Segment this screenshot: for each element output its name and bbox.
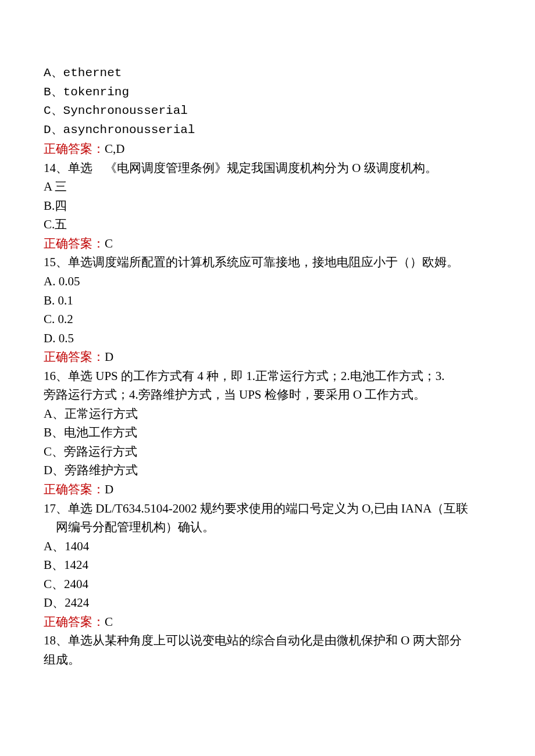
q14-stem: 14、单选 《电网调度管理条例》规定我国调度机构分为 O 级调度机构。 (44, 159, 491, 178)
q18-stem-line1: 18、单选从某种角度上可以说变电站的综合自动化是由微机保护和 O 两大部分 (44, 631, 491, 650)
q14-option-c: C.五 (44, 215, 491, 234)
answer-value: D (105, 350, 113, 364)
q16-option-c: C、旁路运行方式 (44, 442, 491, 461)
q16-option-d: D、旁路维护方式 (44, 461, 491, 480)
answer-label: 正确答案： (44, 237, 105, 250)
q17-option-b: B、1424 (44, 556, 491, 575)
q17-stem-line2: 网编号分配管理机构）确认。 (44, 518, 491, 537)
q18-stem-line2: 组成。 (44, 650, 491, 669)
answer-value: C (105, 615, 113, 629)
q16-option-b: B、电池工作方式 (44, 423, 491, 442)
q16-option-a: A、正常运行方式 (44, 404, 491, 424)
q17-stem-line1: 17、单选 DL/T634.5104-2002 规约要求使用的端口号定义为 O,… (44, 499, 491, 518)
document-page: A、ethernet B、tokenring C、Synchronousseri… (0, 0, 535, 704)
q14-option-b: B.四 (44, 196, 491, 216)
q14-answer: 正确答案：C (44, 234, 491, 253)
answer-label: 正确答案： (44, 615, 105, 629)
answer-label: 正确答案： (44, 482, 105, 496)
q15-option-a: A. 0.05 (44, 272, 491, 291)
q16-stem-line1: 16、单选 UPS 的工作方式有 4 种，即 1.正常运行方式；2.电池工作方式… (44, 367, 491, 386)
q17-option-d: D、2424 (44, 593, 491, 612)
q16-stem-line2: 旁路运行方式；4.旁路维护方式，当 UPS 检修时，要采用 O 工作方式。 (44, 385, 491, 404)
q15-answer: 正确答案：D (44, 347, 491, 367)
q13-option-d: D、asynchronousserial (44, 121, 491, 140)
q13-option-a: A、ethernet (44, 64, 491, 83)
q15-stem: 15、单选调度端所配置的计算机系统应可靠接地，接地电阻应小于（）欧姆。 (44, 253, 491, 272)
q17-option-a: A、1404 (44, 537, 491, 556)
answer-label: 正确答案： (44, 142, 105, 156)
q15-option-c: C. 0.2 (44, 310, 491, 329)
answer-value: C,D (105, 142, 124, 156)
q13-answer: 正确答案：C,D (44, 139, 491, 159)
q13-option-c: C、Synchronousserial (44, 102, 491, 121)
q15-option-d: D. 0.5 (44, 329, 491, 348)
q15-option-b: B. 0.1 (44, 291, 491, 310)
q13-option-b: B、tokenring (44, 83, 491, 102)
answer-value: D (105, 482, 113, 496)
q17-answer: 正确答案：C (44, 612, 491, 632)
answer-label: 正确答案： (44, 350, 105, 364)
q16-answer: 正确答案：D (44, 480, 491, 499)
q17-option-c: C、2404 (44, 575, 491, 594)
answer-value: C (105, 237, 113, 250)
q14-option-a: A 三 (44, 177, 491, 196)
